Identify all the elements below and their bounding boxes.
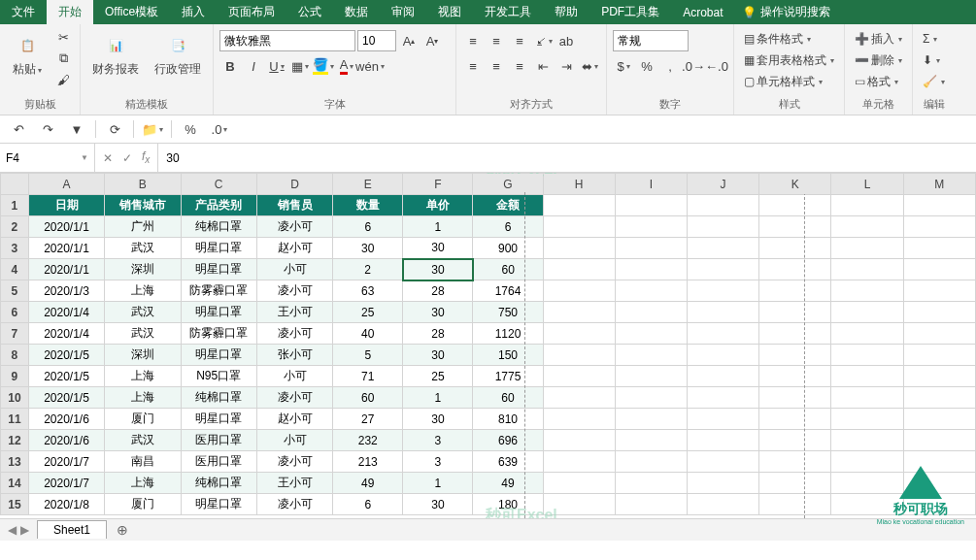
cell[interactable] — [903, 238, 975, 259]
cell[interactable]: 1 — [403, 216, 473, 238]
align-left-button[interactable]: ≡ — [462, 55, 484, 77]
cell[interactable]: 3 — [403, 430, 473, 451]
cell[interactable]: 5 — [333, 345, 403, 366]
row-header[interactable]: 6 — [1, 302, 29, 323]
cell[interactable] — [543, 216, 615, 238]
delete-cells-button[interactable]: ➖删除 — [851, 49, 906, 71]
cell[interactable] — [759, 387, 831, 409]
row-header[interactable]: 12 — [1, 430, 29, 451]
tell-me-search[interactable]: 💡 操作说明搜索 — [742, 4, 830, 20]
cell[interactable] — [688, 280, 759, 302]
merge-button[interactable]: ⬌ — [579, 55, 600, 77]
fill-button[interactable]: ⬇ — [919, 49, 944, 71]
cell[interactable] — [903, 216, 975, 238]
row-header[interactable]: 7 — [1, 323, 29, 345]
cancel-formula-button[interactable]: ✕ — [103, 151, 113, 165]
qat-undo-button[interactable]: ↶ — [8, 118, 29, 140]
cell[interactable]: 30 — [403, 494, 473, 515]
row-header[interactable]: 8 — [1, 345, 29, 366]
cell[interactable] — [759, 430, 831, 451]
increase-font-button[interactable]: A▴ — [398, 30, 420, 51]
cell[interactable]: 810 — [473, 409, 543, 430]
cell[interactable]: 武汉 — [105, 323, 181, 345]
cell[interactable] — [831, 451, 903, 473]
border-button[interactable]: ▦ — [289, 55, 311, 77]
cell[interactable] — [543, 409, 615, 430]
cell[interactable] — [688, 259, 759, 280]
cell[interactable] — [831, 345, 903, 366]
cell[interactable] — [831, 323, 903, 345]
cell[interactable]: 2020/1/8 — [28, 494, 104, 515]
cell[interactable] — [903, 259, 975, 280]
col-header[interactable]: H — [543, 174, 615, 195]
row-header[interactable]: 13 — [1, 451, 29, 473]
cell[interactable] — [688, 302, 759, 323]
cell[interactable]: 2 — [333, 259, 403, 280]
cell[interactable]: 明星口罩 — [181, 409, 256, 430]
decrease-decimal-button[interactable]: ←.0 — [706, 55, 727, 77]
cell[interactable]: 深圳 — [105, 259, 181, 280]
cell[interactable]: 销售员 — [256, 195, 332, 216]
cell[interactable]: 防雾霾口罩 — [181, 323, 256, 345]
col-header[interactable]: I — [615, 174, 687, 195]
tab-file[interactable]: 文件 — [0, 0, 47, 24]
cell[interactable]: 广州 — [105, 216, 181, 238]
cell[interactable] — [543, 323, 615, 345]
cell[interactable]: 71 — [333, 366, 403, 387]
cell[interactable] — [831, 302, 903, 323]
format-as-table-button[interactable]: ▦套用表格格式 — [740, 49, 838, 71]
cell[interactable] — [759, 216, 831, 238]
qat-decimal-button[interactable]: .0 — [209, 118, 230, 140]
cell[interactable] — [615, 280, 687, 302]
cell[interactable] — [615, 345, 687, 366]
cell[interactable]: 武汉 — [105, 302, 181, 323]
qat-folder-button[interactable]: 📁 — [142, 118, 163, 140]
cell[interactable]: 6 — [473, 216, 543, 238]
autosum-button[interactable]: Σ — [919, 28, 941, 49]
fx-button[interactable]: fx — [142, 149, 150, 165]
cell[interactable]: 凌小可 — [256, 451, 332, 473]
cell[interactable]: 王小可 — [256, 473, 332, 494]
name-box[interactable]: F4 ▼ — [0, 144, 95, 172]
paste-button[interactable]: 📋 粘贴 — [6, 26, 49, 82]
cell[interactable] — [903, 494, 975, 515]
cell[interactable] — [688, 387, 759, 409]
cell[interactable]: 2020/1/6 — [28, 430, 104, 451]
tab-formulas[interactable]: 公式 — [286, 0, 333, 24]
cell[interactable]: 凌小可 — [256, 280, 332, 302]
col-header[interactable]: E — [333, 174, 403, 195]
cell[interactable]: 销售城市 — [105, 195, 181, 216]
cell[interactable]: 1775 — [473, 366, 543, 387]
cell[interactable]: 60 — [333, 387, 403, 409]
cell[interactable]: 27 — [333, 409, 403, 430]
cell[interactable] — [543, 302, 615, 323]
cell[interactable]: 30 — [403, 302, 473, 323]
cell[interactable]: 武汉 — [105, 430, 181, 451]
cell[interactable]: 2020/1/3 — [28, 280, 104, 302]
cell[interactable]: 63 — [333, 280, 403, 302]
cell[interactable]: 2020/1/1 — [28, 259, 104, 280]
cell[interactable] — [543, 238, 615, 259]
cell[interactable]: 明星口罩 — [181, 494, 256, 515]
font-color-button[interactable]: A — [336, 55, 357, 77]
cell[interactable] — [831, 430, 903, 451]
cell[interactable] — [615, 323, 687, 345]
number-format-combo[interactable] — [613, 30, 689, 51]
cut-button[interactable]: ✂ — [52, 26, 74, 48]
cell[interactable]: 医用口罩 — [181, 430, 256, 451]
cell[interactable]: 赵小可 — [256, 409, 332, 430]
cell[interactable] — [831, 409, 903, 430]
cell[interactable]: 25 — [333, 302, 403, 323]
cell[interactable] — [615, 494, 687, 515]
cell[interactable] — [831, 195, 903, 216]
cell[interactable] — [903, 366, 975, 387]
cell[interactable]: 150 — [473, 345, 543, 366]
cell[interactable]: 3 — [403, 451, 473, 473]
cell[interactable] — [903, 409, 975, 430]
cell[interactable]: 武汉 — [105, 238, 181, 259]
cell[interactable]: 232 — [333, 430, 403, 451]
cell[interactable]: 30 — [403, 259, 473, 280]
row-header[interactable]: 1 — [1, 195, 29, 216]
cell[interactable] — [615, 302, 687, 323]
cell[interactable] — [615, 238, 687, 259]
